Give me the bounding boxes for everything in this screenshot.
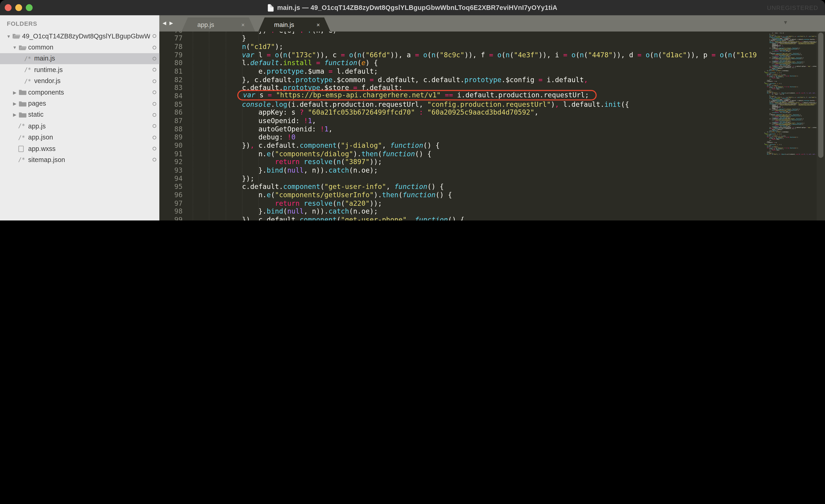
sidebar-item-main-js[interactable]: /*main.js	[0, 53, 159, 64]
code-line[interactable]: 76}) ? e[o] : r(n, e)	[159, 31, 762, 34]
minimap-content: }) ? e[o] : r(n, e) } n("c1d7"); var l =…	[762, 33, 817, 155]
line-number: 79	[159, 51, 183, 59]
close-tab-icon[interactable]: ×	[316, 21, 320, 28]
code-line[interactable]: 80l.default.install = function(e) {	[159, 59, 762, 67]
sidebar-item-label: common	[28, 44, 150, 51]
code-line[interactable]: 92return resolve(n("3897"));	[159, 158, 762, 166]
folder-icon	[12, 33, 22, 39]
code-line[interactable]: 95c.default.component("get-user-info", f…	[159, 183, 762, 191]
sidebar-item-runtime-js[interactable]: /*runtime.js	[0, 64, 159, 76]
line-number: 77	[159, 34, 183, 43]
source-file-icon: /*	[18, 123, 28, 130]
source-file-icon: /*	[24, 67, 34, 73]
folder-icon	[18, 89, 28, 96]
sidebar-item-vendor-js[interactable]: /*vendor.js	[0, 76, 159, 87]
code-line[interactable]: 79var l = o(n("173c")), c = o(n("66fd"))…	[159, 51, 762, 59]
scrollbar-thumb[interactable]	[818, 33, 823, 158]
line-number: 76	[159, 31, 183, 34]
code-line[interactable]: 87useOpenid: !1,	[159, 117, 762, 125]
unregistered-label: UNREGISTERED	[767, 0, 818, 15]
code-area[interactable]: 76}) ? e[o] : r(n, e)77}78n("c1d7");79va…	[159, 31, 762, 221]
sidebar-item-static[interactable]: ▶static	[0, 109, 159, 120]
sidebar-item-label: sitemap.json	[28, 156, 150, 164]
code-line[interactable]: 93}.bind(null, n)).catch(n.oe);	[159, 166, 762, 174]
line-number: 89	[159, 133, 183, 142]
line-number: 94	[159, 174, 183, 183]
line-number: 96	[159, 191, 183, 199]
code-editor[interactable]: 76}) ? e[o] : r(n, e)77}78n("c1d7");79va…	[159, 31, 825, 221]
folder-icon	[18, 111, 28, 118]
sidebar-item-app-json[interactable]: /*app.json	[0, 132, 159, 143]
sidebar-item-label: app.json	[28, 134, 150, 141]
sidebar-item-sitemap-json[interactable]: /*sitemap.json	[0, 154, 159, 165]
file-status-icon	[153, 113, 156, 117]
sidebar-item-label: static	[28, 111, 150, 118]
code-line[interactable]: 94});	[159, 174, 762, 183]
code-line[interactable]: 88autoGetOpenid: !1,	[159, 125, 762, 133]
code-line[interactable]: 84var s = "https://bp-emsp-api.chargerhe…	[159, 92, 762, 100]
file-status-icon	[153, 68, 156, 72]
line-number: 90	[159, 142, 183, 150]
sidebar-item-pages[interactable]: ▶pages	[0, 98, 159, 109]
code-line[interactable]: 81e.prototype.$uma = l.default;	[159, 67, 762, 76]
source-file-icon: /*	[24, 78, 34, 85]
line-number: 86	[159, 108, 183, 117]
minimap[interactable]: }) ? e[o] : r(n, e) } n("c1d7"); var l =…	[762, 33, 817, 221]
code-line[interactable]: 85console.log(i.default.production.reque…	[159, 100, 762, 109]
sidebar-item-label: 49_O1cqT14ZB8zyDwt8QgslYLBgupGbwWbnLT	[22, 32, 150, 40]
sidebar-item-49-o1cqt14zb8zydwt8qgslylbgupgbwwbnlt[interactable]: ▼49_O1cqT14ZB8zyDwt8QgslYLBgupGbwWbnLT	[0, 30, 159, 42]
tab-nav-left-icon[interactable]: ◀	[162, 20, 166, 26]
tab-label: main.js	[274, 21, 294, 28]
folder-icon	[18, 44, 28, 51]
code-line[interactable]: 96n.e("components/getUserInfo").then(fun…	[159, 191, 762, 199]
code-line[interactable]: 91n.e("components/dialog").then(function…	[159, 150, 762, 158]
sidebar-item-app-js[interactable]: /*app.js	[0, 120, 159, 132]
tab-overflow-icon[interactable]: ▼	[783, 19, 788, 25]
line-number: 91	[159, 150, 183, 158]
code-line[interactable]: 78n("c1d7");	[159, 43, 762, 51]
line-number: 92	[159, 158, 183, 166]
line-number: 93	[159, 166, 183, 174]
sidebar: FOLDERS ▼49_O1cqT14ZB8zyDwt8QgslYLBgupGb…	[0, 15, 159, 221]
tab-nav-right-icon[interactable]: ▶	[169, 20, 173, 26]
code-line[interactable]: 98}.bind(null, n)).catch(n.oe);	[159, 207, 762, 216]
chevron-right-icon[interactable]: ▶	[11, 101, 18, 106]
file-status-icon	[153, 158, 156, 162]
file-status-icon	[153, 136, 156, 139]
file-status-icon	[153, 102, 156, 105]
chevron-down-icon[interactable]: ▼	[11, 45, 18, 50]
chevron-right-icon[interactable]: ▶	[11, 90, 18, 95]
window-title-group: main.js — 49_O1cqT14ZB8zyDwt8QgslYLBgupG…	[0, 0, 825, 15]
code-line[interactable]: 82}, c.default.prototype.$common = d.def…	[159, 76, 762, 84]
sidebar-item-label: app.wxss	[28, 145, 150, 152]
vertical-scrollbar[interactable]	[817, 31, 825, 221]
line-number: 98	[159, 207, 183, 216]
sidebar-item-label: vendor.js	[34, 78, 150, 85]
folder-icon	[18, 100, 28, 107]
line-number: 82	[159, 76, 183, 84]
code-line[interactable]: 99}), c.default.component("get-user-phon…	[159, 216, 762, 221]
sidebar-item-label: components	[28, 89, 150, 96]
code-line[interactable]: 97return resolve(n("a220"));	[159, 199, 762, 207]
line-number: 85	[159, 100, 183, 109]
tab-app-js[interactable]: app.js ×	[181, 17, 255, 31]
sidebar-item-label: main.js	[34, 55, 150, 62]
close-tab-icon[interactable]: ×	[241, 21, 245, 28]
code-line[interactable]: 77}	[159, 34, 762, 43]
file-status-icon	[153, 57, 156, 61]
chevron-right-icon[interactable]: ▶	[11, 112, 18, 117]
line-number: 97	[159, 199, 183, 207]
sidebar-item-components[interactable]: ▶components	[0, 87, 159, 98]
file-status-icon	[153, 46, 156, 49]
file-status-icon	[153, 90, 156, 94]
sidebar-item-common[interactable]: ▼common	[0, 41, 159, 53]
file-status-icon	[153, 147, 156, 151]
code-line[interactable]: 90}), c.default.component("j-dialog", fu…	[159, 142, 762, 150]
code-line[interactable]: 86appKey: s ? "60a21fc053b6726499ffcd70"…	[159, 108, 762, 117]
line-number: 88	[159, 125, 183, 133]
chevron-down-icon[interactable]: ▼	[5, 33, 12, 39]
line-number: 80	[159, 59, 183, 67]
code-line[interactable]: 89debug: !0	[159, 133, 762, 142]
sidebar-item-app-wxss[interactable]: app.wxss	[0, 143, 159, 154]
tab-main-js[interactable]: main.js ×	[258, 17, 330, 31]
